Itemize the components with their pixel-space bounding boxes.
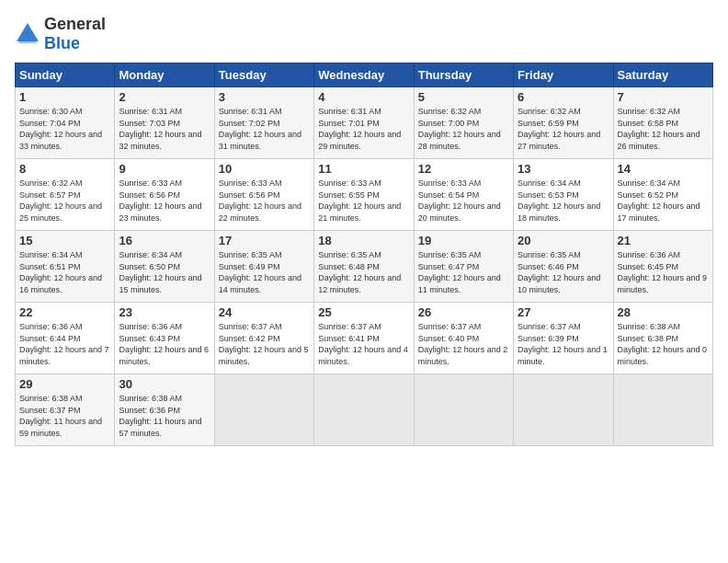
calendar-cell: 1 Sunrise: 6:30 AM Sunset: 7:04 PM Dayli…	[16, 87, 115, 159]
calendar-cell: 12 Sunrise: 6:33 AM Sunset: 6:54 PM Dayl…	[414, 159, 513, 231]
day-info: Sunrise: 6:37 AM Sunset: 6:39 PM Dayligh…	[518, 321, 609, 367]
day-number: 7	[618, 90, 709, 104]
logo: General Blue	[15, 15, 106, 53]
day-info: Sunrise: 6:38 AM Sunset: 6:37 PM Dayligh…	[19, 393, 110, 439]
day-info: Sunrise: 6:32 AM Sunset: 6:59 PM Dayligh…	[518, 106, 609, 152]
calendar-cell	[414, 374, 513, 446]
day-info: Sunrise: 6:35 AM Sunset: 6:46 PM Dayligh…	[518, 249, 609, 295]
day-number: 3	[219, 90, 310, 104]
day-number: 6	[518, 90, 609, 104]
calendar-cell: 10 Sunrise: 6:33 AM Sunset: 6:56 PM Dayl…	[214, 159, 313, 231]
day-info: Sunrise: 6:32 AM Sunset: 7:00 PM Dayligh…	[418, 106, 509, 152]
day-header-thursday: Thursday	[414, 63, 513, 87]
calendar-cell: 4 Sunrise: 6:31 AM Sunset: 7:01 PM Dayli…	[314, 87, 414, 159]
day-number: 13	[518, 162, 609, 176]
day-info: Sunrise: 6:38 AM Sunset: 6:36 PM Dayligh…	[119, 393, 210, 439]
calendar-cell: 26 Sunrise: 6:37 AM Sunset: 6:40 PM Dayl…	[414, 303, 513, 374]
day-number: 9	[119, 162, 210, 176]
day-number: 10	[219, 162, 310, 176]
day-number: 15	[19, 234, 110, 247]
day-number: 28	[618, 305, 709, 319]
day-info: Sunrise: 6:34 AM Sunset: 6:52 PM Dayligh…	[618, 178, 709, 224]
calendar-cell: 23 Sunrise: 6:36 AM Sunset: 6:43 PM Dayl…	[115, 303, 214, 374]
calendar-cell: 30 Sunrise: 6:38 AM Sunset: 6:36 PM Dayl…	[115, 374, 214, 446]
day-info: Sunrise: 6:32 AM Sunset: 6:58 PM Dayligh…	[618, 106, 709, 152]
day-number: 11	[318, 162, 409, 176]
calendar-cell: 9 Sunrise: 6:33 AM Sunset: 6:56 PM Dayli…	[115, 159, 214, 231]
day-header-saturday: Saturday	[613, 63, 712, 87]
calendar-cell: 18 Sunrise: 6:35 AM Sunset: 6:48 PM Dayl…	[314, 231, 414, 303]
day-header-friday: Friday	[514, 63, 613, 87]
calendar-cell: 27 Sunrise: 6:37 AM Sunset: 6:39 PM Dayl…	[514, 303, 613, 374]
day-info: Sunrise: 6:36 AM Sunset: 6:44 PM Dayligh…	[19, 321, 110, 367]
day-number: 30	[119, 377, 210, 391]
day-number: 14	[618, 162, 709, 176]
calendar-cell: 11 Sunrise: 6:33 AM Sunset: 6:55 PM Dayl…	[314, 159, 414, 231]
day-number: 18	[318, 234, 409, 247]
day-info: Sunrise: 6:34 AM Sunset: 6:51 PM Dayligh…	[19, 249, 110, 295]
day-info: Sunrise: 6:32 AM Sunset: 6:57 PM Dayligh…	[19, 178, 110, 224]
calendar-cell	[613, 374, 712, 446]
day-info: Sunrise: 6:33 AM Sunset: 6:55 PM Dayligh…	[318, 178, 409, 224]
day-number: 20	[518, 234, 609, 247]
day-number: 1	[19, 90, 110, 104]
calendar-cell: 15 Sunrise: 6:34 AM Sunset: 6:51 PM Dayl…	[16, 231, 115, 303]
day-info: Sunrise: 6:31 AM Sunset: 7:01 PM Dayligh…	[318, 106, 409, 152]
day-info: Sunrise: 6:37 AM Sunset: 6:41 PM Dayligh…	[318, 321, 409, 367]
calendar-cell: 16 Sunrise: 6:34 AM Sunset: 6:50 PM Dayl…	[115, 231, 214, 303]
calendar-cell: 14 Sunrise: 6:34 AM Sunset: 6:52 PM Dayl…	[613, 159, 712, 231]
day-info: Sunrise: 6:30 AM Sunset: 7:04 PM Dayligh…	[19, 106, 110, 152]
day-info: Sunrise: 6:37 AM Sunset: 6:40 PM Dayligh…	[418, 321, 509, 367]
calendar-cell: 28 Sunrise: 6:38 AM Sunset: 6:38 PM Dayl…	[613, 303, 712, 374]
day-info: Sunrise: 6:37 AM Sunset: 6:42 PM Dayligh…	[219, 321, 310, 367]
calendar-cell: 2 Sunrise: 6:31 AM Sunset: 7:03 PM Dayli…	[115, 87, 214, 159]
day-number: 27	[518, 305, 609, 319]
day-header-wednesday: Wednesday	[314, 63, 414, 87]
day-info: Sunrise: 6:38 AM Sunset: 6:38 PM Dayligh…	[618, 321, 709, 367]
calendar-cell	[514, 374, 613, 446]
day-number: 22	[19, 305, 110, 319]
day-number: 19	[418, 234, 509, 247]
calendar-cell: 24 Sunrise: 6:37 AM Sunset: 6:42 PM Dayl…	[214, 303, 313, 374]
day-number: 21	[618, 234, 709, 247]
calendar-cell	[314, 374, 414, 446]
logo-general-text: General	[44, 15, 106, 33]
day-info: Sunrise: 6:35 AM Sunset: 6:47 PM Dayligh…	[418, 249, 509, 295]
calendar-cell: 20 Sunrise: 6:35 AM Sunset: 6:46 PM Dayl…	[514, 231, 613, 303]
day-number: 4	[318, 90, 409, 104]
day-number: 24	[219, 305, 310, 319]
day-number: 25	[318, 305, 409, 319]
day-info: Sunrise: 6:35 AM Sunset: 6:49 PM Dayligh…	[219, 249, 310, 295]
day-info: Sunrise: 6:33 AM Sunset: 6:56 PM Dayligh…	[119, 178, 210, 224]
day-info: Sunrise: 6:34 AM Sunset: 6:50 PM Dayligh…	[119, 249, 210, 295]
logo-blue-text: Blue	[44, 34, 80, 52]
calendar-cell: 7 Sunrise: 6:32 AM Sunset: 6:58 PM Dayli…	[613, 87, 712, 159]
day-info: Sunrise: 6:33 AM Sunset: 6:54 PM Dayligh…	[418, 178, 509, 224]
day-number: 29	[19, 377, 110, 391]
calendar-cell: 8 Sunrise: 6:32 AM Sunset: 6:57 PM Dayli…	[16, 159, 115, 231]
day-header-monday: Monday	[115, 63, 214, 87]
day-info: Sunrise: 6:33 AM Sunset: 6:56 PM Dayligh…	[219, 178, 310, 224]
calendar-cell: 22 Sunrise: 6:36 AM Sunset: 6:44 PM Dayl…	[16, 303, 115, 374]
calendar-cell: 5 Sunrise: 6:32 AM Sunset: 7:00 PM Dayli…	[414, 87, 513, 159]
day-number: 23	[119, 305, 210, 319]
day-number: 8	[19, 162, 110, 176]
day-info: Sunrise: 6:31 AM Sunset: 7:03 PM Dayligh…	[119, 106, 210, 152]
calendar-cell: 29 Sunrise: 6:38 AM Sunset: 6:37 PM Dayl…	[16, 374, 115, 446]
day-info: Sunrise: 6:36 AM Sunset: 6:43 PM Dayligh…	[119, 321, 210, 367]
calendar-cell: 17 Sunrise: 6:35 AM Sunset: 6:49 PM Dayl…	[214, 231, 313, 303]
day-header-tuesday: Tuesday	[214, 63, 313, 87]
calendar-cell: 13 Sunrise: 6:34 AM Sunset: 6:53 PM Dayl…	[514, 159, 613, 231]
calendar-cell	[214, 374, 313, 446]
day-number: 26	[418, 305, 509, 319]
logo-icon	[15, 21, 40, 47]
day-header-sunday: Sunday	[16, 63, 115, 87]
calendar-cell: 19 Sunrise: 6:35 AM Sunset: 6:47 PM Dayl…	[414, 231, 513, 303]
day-number: 5	[418, 90, 509, 104]
calendar-cell: 3 Sunrise: 6:31 AM Sunset: 7:02 PM Dayli…	[214, 87, 313, 159]
day-number: 17	[219, 234, 310, 247]
day-info: Sunrise: 6:34 AM Sunset: 6:53 PM Dayligh…	[518, 178, 609, 224]
day-number: 12	[418, 162, 509, 176]
day-number: 16	[119, 234, 210, 247]
day-info: Sunrise: 6:36 AM Sunset: 6:45 PM Dayligh…	[618, 249, 709, 295]
